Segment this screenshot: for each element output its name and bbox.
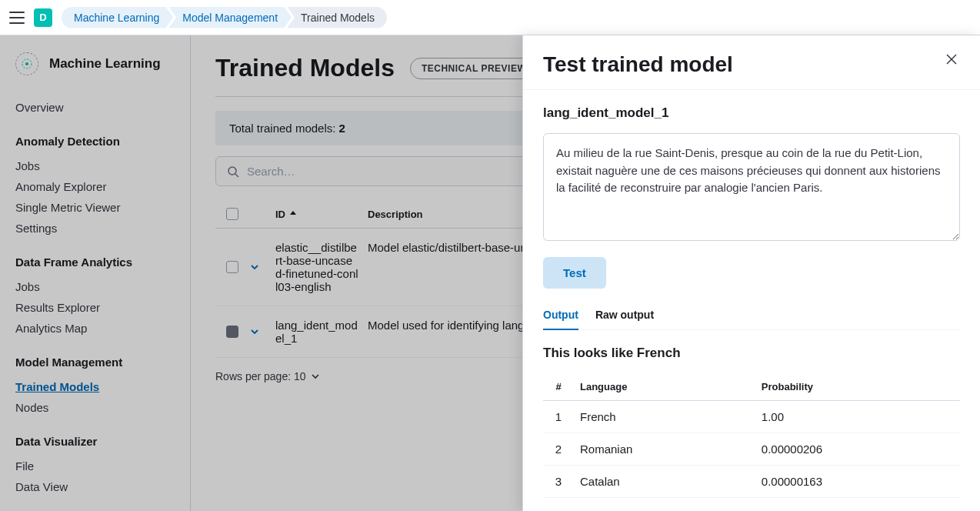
technical-preview-badge: TECHNICAL PREVIEW <box>410 58 538 79</box>
tab-output[interactable]: Output <box>543 309 578 330</box>
test-model-flyout: Test trained model lang_ident_model_1 Te… <box>522 35 980 511</box>
breadcrumbs: Machine Learning Model Management Traine… <box>62 7 387 28</box>
search-icon <box>227 165 239 178</box>
result-heading: This looks like French <box>543 346 960 361</box>
sidebar-item-analytics-map[interactable]: Analytics Map <box>15 318 175 339</box>
svg-point-1 <box>25 62 28 65</box>
expand-row-toggle[interactable] <box>249 262 275 272</box>
breadcrumb-ml[interactable]: Machine Learning <box>62 7 173 28</box>
sidebar-section-anomaly: Anomaly Detection <box>15 135 175 148</box>
sidebar-item-data-view[interactable]: Data View <box>15 476 175 497</box>
close-flyout-button[interactable] <box>943 52 960 66</box>
results-table: # Language Probability 1 French 1.00 2 R… <box>543 373 960 498</box>
column-id[interactable]: ID <box>275 209 368 220</box>
top-bar: D Machine Learning Model Management Trai… <box>0 0 980 35</box>
select-all-checkbox[interactable] <box>226 208 238 220</box>
result-row: 1 French 1.00 <box>543 401 960 433</box>
row-checkbox[interactable] <box>226 261 238 273</box>
ml-app-icon <box>15 52 38 75</box>
close-icon <box>946 54 957 65</box>
sidebar-item-dfa-jobs[interactable]: Jobs <box>15 276 175 297</box>
chevron-down-icon <box>311 372 320 381</box>
sidebar-item-nodes[interactable]: Nodes <box>15 397 175 418</box>
result-row: 2 Romanian 0.00000206 <box>543 433 960 466</box>
sidebar: Machine Learning Overview Anomaly Detect… <box>0 35 191 511</box>
sidebar-item-ad-jobs[interactable]: Jobs <box>15 155 175 176</box>
sidebar-item-results-explorer[interactable]: Results Explorer <box>15 297 175 318</box>
flyout-title: Test trained model <box>543 52 733 77</box>
svg-point-2 <box>228 167 236 175</box>
col-probability: Probability <box>755 373 960 401</box>
sort-asc-icon <box>288 209 298 219</box>
page-title: Trained Models <box>215 54 395 82</box>
sidebar-section-model-mgmt: Model Management <box>15 356 175 369</box>
sidebar-section-dfa: Data Frame Analytics <box>15 256 175 269</box>
chevron-down-icon <box>249 326 260 337</box>
sidebar-item-single-metric[interactable]: Single Metric Viewer <box>15 197 175 218</box>
sidebar-item-ad-settings[interactable]: Settings <box>15 218 175 239</box>
menu-toggle[interactable] <box>9 12 25 24</box>
breadcrumb-trained-models: Trained Models <box>287 7 387 28</box>
sidebar-item-anomaly-explorer[interactable]: Anomaly Explorer <box>15 176 175 197</box>
sidebar-item-overview[interactable]: Overview <box>15 97 175 118</box>
sidebar-item-trained-models[interactable]: Trained Models <box>15 376 175 397</box>
space-logo[interactable]: D <box>34 8 52 27</box>
svg-line-3 <box>235 174 238 177</box>
sidebar-item-file[interactable]: File <box>15 456 175 476</box>
sidebar-title: Machine Learning <box>49 56 161 72</box>
test-button[interactable]: Test <box>543 257 606 289</box>
result-tabs: Output Raw output <box>543 309 960 330</box>
breadcrumb-model-management[interactable]: Model Management <box>168 7 292 28</box>
col-num: # <box>543 373 574 401</box>
result-row: 3 Catalan 0.00000163 <box>543 466 960 498</box>
sidebar-section-data-viz: Data Visualizer <box>15 435 175 448</box>
row-checkbox[interactable] <box>226 326 238 338</box>
expand-row-toggle[interactable] <box>249 326 275 337</box>
test-input-textarea[interactable] <box>543 133 960 241</box>
col-language: Language <box>574 373 755 401</box>
row-id: lang_ident_model_1 <box>275 319 368 345</box>
row-id: elastic__distilbert-base-uncased-finetun… <box>275 241 368 293</box>
model-name: lang_ident_model_1 <box>543 105 960 121</box>
tab-raw-output[interactable]: Raw output <box>595 309 654 329</box>
chevron-down-icon <box>249 262 260 272</box>
